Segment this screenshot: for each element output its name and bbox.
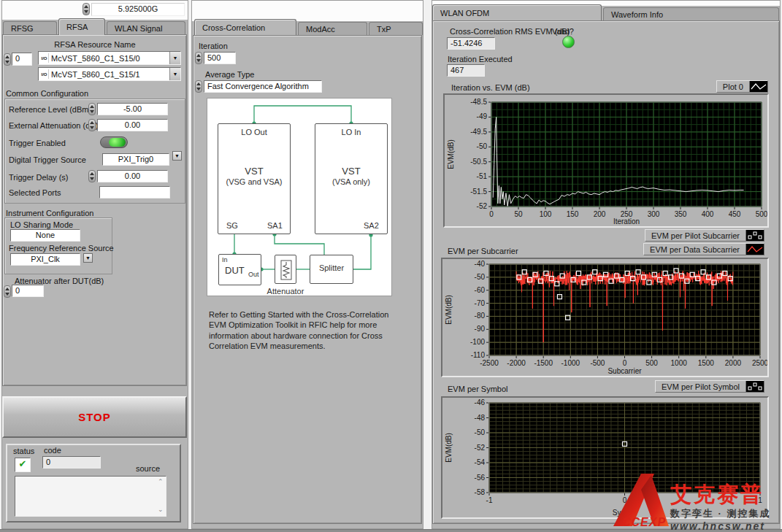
svg-text:2000: 2000 <box>725 359 742 367</box>
svg-text:400: 400 <box>702 210 714 218</box>
tab-waveform-info[interactable]: Waveform Info <box>603 7 779 20</box>
svg-text:500: 500 <box>756 210 767 218</box>
iteration-evm-graph[interactable]: -48.5-49-49.5-50-50.5-51-51.5-5205010015… <box>443 93 769 228</box>
hardware-note: Refer to Getting Started with the Cross-… <box>209 309 393 351</box>
tab-txp[interactable]: TxP <box>369 22 423 35</box>
svg-text:-56: -56 <box>475 474 486 482</box>
trigger-delay-field[interactable]: 0.00 <box>97 170 168 182</box>
toggle-knob <box>109 138 126 147</box>
vst1-title: VST <box>218 166 291 177</box>
iteration-evm-legend[interactable]: Plot 0 <box>716 80 768 93</box>
svg-text:-50: -50 <box>477 142 488 150</box>
legend-label: EVM per Pilot Subcarrier <box>645 231 745 241</box>
svg-text:-40: -40 <box>475 260 486 268</box>
svg-text:1500: 1500 <box>698 359 715 367</box>
plot-squares-icon[interactable] <box>745 381 764 392</box>
step-up-icon[interactable] <box>84 5 88 8</box>
attenuator-after-dut-stepper[interactable] <box>4 285 11 298</box>
svg-text:0: 0 <box>489 210 494 218</box>
evm-subcarrier-legend[interactable]: EVM per Pilot SubcarrierEVM per Data Sub… <box>643 229 764 255</box>
tab-modacc-label: ModAcc <box>306 25 335 34</box>
legend-row[interactable]: EVM per Pilot Symbol <box>655 380 764 393</box>
tab-cross-correlation-label: Cross-Correlation <box>202 23 265 32</box>
instrument-config-title: Instrument Configuration <box>6 209 93 217</box>
sa2-label: SA2 <box>364 221 379 230</box>
svg-text:1000: 1000 <box>671 359 688 367</box>
reference-level-label: Reference Level (dBm) <box>9 105 91 114</box>
frequency-reference-source-field[interactable]: PXI_Clk <box>10 253 80 266</box>
scroll-up-icon[interactable]: ⌃ <box>158 479 164 485</box>
frequency-field[interactable]: 5.925000G <box>91 3 185 16</box>
chevron-down-icon[interactable]: ▼ <box>169 52 180 64</box>
average-type-stepper[interactable] <box>195 80 202 93</box>
bottom-bar <box>0 529 782 532</box>
svg-text:-52: -52 <box>477 202 488 210</box>
iteration-evm-title: Iteration vs. EVM (dB) <box>451 83 530 92</box>
attenuator-label: Attenuator <box>260 287 311 296</box>
plot-line-icon[interactable] <box>745 244 764 255</box>
svg-text:-49: -49 <box>477 112 488 120</box>
legend-row[interactable]: EVM per Data Subcarrier <box>643 243 764 255</box>
svg-text:50: 50 <box>514 210 523 218</box>
chevron-down-icon[interactable]: ▼ <box>169 68 180 80</box>
attenuator-box <box>275 255 296 284</box>
code-field[interactable]: 0 <box>42 456 101 469</box>
iteration-executed-field: 467 <box>447 64 485 77</box>
evm-subcarrier-graph[interactable]: -40-50-60-70-80-90-100-110-2500-2000-150… <box>441 258 769 377</box>
svg-text:-60: -60 <box>475 286 486 294</box>
svg-text:Subcarrier: Subcarrier <box>607 367 642 375</box>
lo-sharing-mode-field[interactable]: None <box>10 229 80 242</box>
svg-text:-2500: -2500 <box>480 359 499 367</box>
frequency-stepper[interactable] <box>83 3 90 15</box>
vst2-subtitle: (VSA only) <box>315 177 388 186</box>
digital-trigger-source-dropdown-button[interactable]: ▼ <box>172 151 182 161</box>
plot-squares-icon[interactable] <box>745 230 764 241</box>
digital-trigger-source-field[interactable]: PXI_Trig0 <box>102 153 169 166</box>
reference-level-stepper[interactable] <box>88 103 96 115</box>
selected-ports-field[interactable] <box>99 186 170 198</box>
average-type-field[interactable]: Fast Convergence Algorithm <box>204 80 322 93</box>
tab-wlan-signal[interactable]: WLAN Signal <box>107 21 185 35</box>
svg-text:2500: 2500 <box>752 359 767 367</box>
iteration-evm-canvas: -48.5-49-49.5-50-50.5-51-51.5-5205010015… <box>445 95 767 226</box>
tab-modacc[interactable]: ModAcc <box>298 22 367 35</box>
evm-symbol-legend[interactable]: EVM per Pilot Symbol <box>655 380 764 393</box>
frequency-reference-source-dropdown-button[interactable]: ▼ <box>83 253 93 263</box>
resource-index-stepper[interactable] <box>4 53 11 66</box>
resource-combo-0[interactable]: I/O McVST_5860_C1_S15/0 ▼ <box>38 51 181 65</box>
tab-cross-correlation[interactable]: Cross-Correlation <box>194 19 296 35</box>
svg-text:-51: -51 <box>477 172 488 180</box>
digital-trigger-source-label: Digital Trigger Source <box>9 155 86 164</box>
reference-level-field[interactable]: -5.00 <box>97 103 168 115</box>
rms-evm-field: -51.4246 <box>447 37 495 50</box>
tab-rfsa-label: RFSA <box>66 23 88 31</box>
io-icon: I/O <box>40 69 49 79</box>
source-field[interactable] <box>15 476 166 517</box>
resource-index-field[interactable]: 0 <box>12 53 32 66</box>
iteration-label: Iteration <box>199 42 228 50</box>
legend-row[interactable]: EVM per Pilot Subcarrier <box>645 229 764 242</box>
scroll-down-icon[interactable]: ⌄ <box>158 506 164 513</box>
iteration-stepper[interactable] <box>195 52 202 64</box>
external-attenuation-label: External Attenuation (dB) <box>9 121 98 130</box>
step-down-icon[interactable] <box>84 10 88 13</box>
legend-row[interactable]: Plot 0 <box>716 80 768 93</box>
external-attenuation-stepper[interactable] <box>88 119 96 131</box>
iteration-field[interactable]: 500 <box>204 52 236 64</box>
evm-symbol-graph[interactable]: -46-48-50-52-54-56-58-101SymbolEVM(dB) <box>441 396 769 519</box>
trigger-enabled-toggle[interactable] <box>100 136 128 148</box>
trigger-delay-stepper[interactable] <box>88 170 96 182</box>
tab-rfsg[interactable]: RFSG <box>3 21 57 35</box>
plot-line-icon[interactable] <box>749 81 767 92</box>
source-label: source <box>136 464 160 473</box>
tab-wlan-signal-label: WLAN Signal <box>115 24 162 33</box>
evm-subcarrier-canvas: -40-50-60-70-80-90-100-110-2500-2000-150… <box>442 259 767 376</box>
stop-button[interactable]: STOP <box>2 396 187 438</box>
attenuator-after-dut-field[interactable]: 0 <box>12 285 44 297</box>
svg-text:350: 350 <box>675 210 687 218</box>
tab-rfsa[interactable]: RFSA <box>58 18 105 35</box>
external-attenuation-field[interactable]: 0.00 <box>97 119 168 131</box>
resource-combo-1[interactable]: I/O McVST_5860_C1_S15/1 ▼ <box>38 67 181 81</box>
tab-waveform-info-label: Waveform Info <box>611 10 663 19</box>
tab-wlan-ofdm[interactable]: WLAN OFDM <box>432 4 602 20</box>
